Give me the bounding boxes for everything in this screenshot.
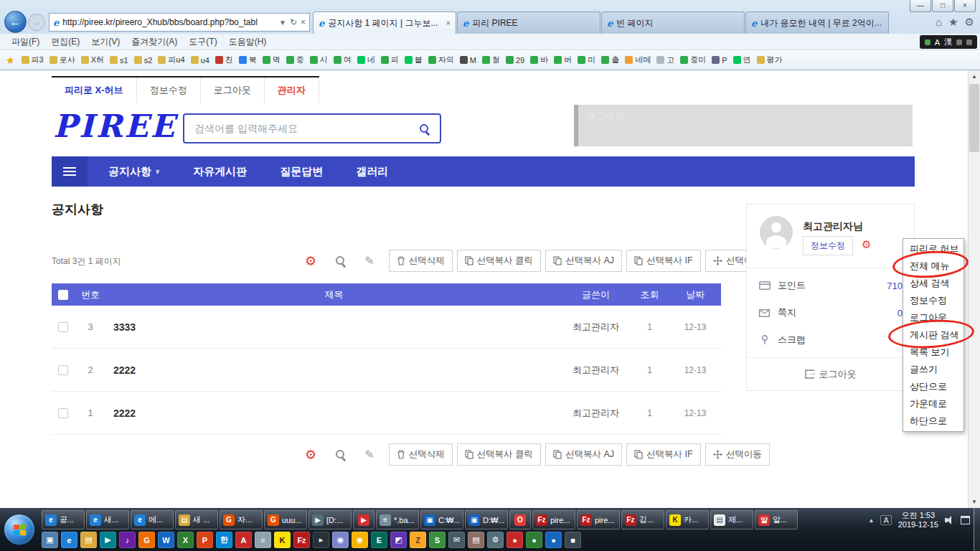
show-desktop-button[interactable] bbox=[974, 508, 980, 551]
taskbar-app-button[interactable]: 알 알... bbox=[755, 510, 798, 529]
admin-gear-icon[interactable]: ⚙ bbox=[305, 253, 316, 269]
quick-launch-icon[interactable]: ◩ bbox=[390, 532, 407, 548]
taskbar-app-button[interactable]: e 메... bbox=[131, 510, 174, 529]
user-nav-link[interactable]: 정보수정 bbox=[137, 77, 201, 103]
favorite-item[interactable]: 멱 bbox=[260, 53, 283, 67]
write-pencil-icon[interactable]: ✎ bbox=[364, 254, 374, 268]
site-search-box[interactable] bbox=[183, 113, 441, 143]
favorite-item[interactable]: 미 bbox=[575, 53, 598, 67]
quick-launch-icon[interactable]: ◉ bbox=[352, 532, 368, 548]
favorite-item[interactable]: P bbox=[709, 53, 730, 67]
select-all-checkbox[interactable] bbox=[58, 290, 68, 300]
ime-toolbar[interactable]: A 漢 bbox=[920, 35, 977, 49]
taskbar-app-button[interactable]: ▤ 제... bbox=[710, 510, 753, 529]
quick-launch-icon[interactable]: X bbox=[177, 532, 194, 548]
scrollbar-thumb[interactable] bbox=[969, 84, 979, 152]
quick-launch-icon[interactable]: Z bbox=[410, 532, 426, 548]
quick-launch-icon[interactable]: ▶ bbox=[100, 532, 116, 548]
main-nav-item[interactable]: 질문답변 bbox=[263, 165, 339, 179]
favorite-item[interactable]: s2 bbox=[131, 53, 156, 67]
quick-launch-icon[interactable]: ■ bbox=[565, 532, 581, 548]
tab-close-icon[interactable]: × bbox=[446, 19, 451, 27]
quick-launch-icon[interactable]: ≡ bbox=[255, 532, 271, 548]
favorite-item[interactable]: 피u4 bbox=[155, 53, 187, 67]
quick-launch-icon[interactable]: ◉ bbox=[332, 532, 349, 548]
taskbar-app-button[interactable]: ≡ *.ba... bbox=[376, 510, 419, 529]
quick-launch-icon[interactable]: ● bbox=[526, 532, 542, 548]
quick-launch-icon[interactable]: P bbox=[197, 532, 213, 548]
minimize-button[interactable]: — bbox=[910, 0, 931, 12]
taskbar-app-button[interactable]: ▶ [D:... bbox=[308, 510, 352, 529]
favorite-item[interactable]: 북 bbox=[236, 53, 260, 67]
board-search-icon[interactable] bbox=[335, 255, 346, 266]
row-checkbox[interactable] bbox=[58, 365, 68, 375]
hamburger-menu-icon[interactable] bbox=[52, 156, 88, 187]
board-action-button[interactable]: 선택복사 클릭 bbox=[457, 250, 541, 272]
refresh-icon[interactable]: ↻ bbox=[290, 17, 297, 27]
quick-launch-icon[interactable]: ▤ bbox=[468, 532, 484, 548]
browser-tab[interactable]: e 공지사항 1 페이지 | 그누보... × bbox=[313, 11, 456, 34]
quick-launch-icon[interactable]: W bbox=[158, 532, 174, 548]
favorite-item[interactable]: M bbox=[457, 53, 479, 67]
taskbar-app-button[interactable]: O bbox=[509, 510, 531, 529]
quick-launch-icon[interactable]: ⚙ bbox=[487, 532, 504, 548]
browser-tab[interactable]: e 빈 페이지 bbox=[601, 11, 745, 34]
favorite-item[interactable]: 중 bbox=[283, 53, 307, 67]
context-menu-item[interactable]: 정보수정 bbox=[903, 292, 963, 309]
stop-icon[interactable]: × bbox=[301, 17, 306, 27]
main-nav-item[interactable]: 자유게시판 bbox=[176, 165, 263, 179]
taskbar-app-button[interactable]: G 자... bbox=[220, 510, 263, 529]
quick-launch-icon[interactable]: ✉ bbox=[448, 532, 465, 548]
ime-hanja-icon[interactable]: 漢 bbox=[944, 37, 952, 47]
close-button[interactable]: × bbox=[954, 0, 976, 12]
taskbar-app-button[interactable]: ▤ 새 ... bbox=[175, 510, 218, 529]
menu-item[interactable]: 보기(V) bbox=[85, 34, 126, 50]
taskbar-app-button[interactable]: Fz pire... bbox=[577, 510, 620, 529]
user-nav-link[interactable]: 로그아웃 bbox=[201, 77, 265, 103]
main-nav-item[interactable]: 공지사항 ∨ bbox=[92, 165, 176, 179]
favorite-item[interactable]: 바 bbox=[527, 53, 551, 67]
page-scrollbar[interactable]: ▲ ▼ bbox=[968, 70, 980, 508]
favorite-item[interactable]: 네메 bbox=[622, 53, 654, 67]
quick-launch-icon[interactable]: ▸ bbox=[313, 532, 329, 548]
favorite-item[interactable]: 여 bbox=[331, 53, 354, 67]
main-nav-item[interactable]: 갤러리 bbox=[339, 165, 405, 179]
quick-launch-icon[interactable]: ▣ bbox=[42, 532, 58, 548]
search-input[interactable] bbox=[194, 123, 413, 134]
menu-item[interactable]: 도움말(H) bbox=[223, 34, 273, 50]
address-bar[interactable]: e http://piree.kr/pireero_Xhub/bbs/board… bbox=[49, 13, 310, 32]
favorite-item[interactable]: 버 bbox=[551, 53, 575, 67]
favorite-item[interactable]: 자의 bbox=[425, 53, 457, 67]
context-menu-item[interactable]: 하단으로 bbox=[903, 413, 963, 430]
favorites-star-icon[interactable]: ★ bbox=[948, 16, 958, 29]
profile-gear-icon[interactable]: ⚙ bbox=[862, 238, 871, 251]
scroll-up-icon[interactable]: ▲ bbox=[969, 70, 980, 83]
favorites-add-star-icon[interactable]: ★ bbox=[6, 55, 15, 66]
user-nav-link[interactable]: 관리자 bbox=[265, 77, 319, 103]
url-text[interactable]: http://piree.kr/pireero_Xhub/bbs/board.p… bbox=[62, 17, 275, 27]
taskbar-app-button[interactable]: ▶ bbox=[353, 510, 374, 529]
site-logo[interactable]: PIREE bbox=[53, 108, 176, 144]
user-nav-link[interactable]: 피리로 X-허브 bbox=[52, 77, 137, 103]
board-action-button[interactable]: 선택복사 AJ bbox=[545, 443, 622, 466]
menu-item[interactable]: 파일(F) bbox=[6, 34, 45, 50]
favorite-item[interactable]: X허 bbox=[78, 53, 107, 67]
edit-profile-button[interactable]: 정보수정 bbox=[803, 236, 853, 255]
logout-button[interactable]: 로그아웃 bbox=[747, 357, 914, 390]
start-button[interactable] bbox=[4, 514, 35, 545]
favorite-item[interactable]: 시 bbox=[307, 53, 331, 67]
profile-stat-row[interactable]: 포인트 710 bbox=[747, 272, 914, 299]
profile-stat-row[interactable]: 쪽지 0 bbox=[747, 299, 914, 326]
context-menu-item[interactable]: 상단으로 bbox=[903, 378, 963, 395]
row-checkbox[interactable] bbox=[58, 322, 68, 332]
menu-item[interactable]: 편집(E) bbox=[45, 34, 85, 50]
post-title-link[interactable]: 2222 bbox=[106, 408, 562, 419]
tray-expand-icon[interactable]: ▲ bbox=[868, 517, 874, 524]
taskbar-app-button[interactable]: K 카... bbox=[666, 510, 709, 529]
restore-button[interactable]: □ bbox=[932, 0, 953, 12]
taskbar-app-button[interactable]: ▣ C:₩... bbox=[420, 510, 463, 529]
favorite-item[interactable]: 친 bbox=[212, 53, 236, 67]
quick-launch-icon[interactable]: ▤ bbox=[80, 532, 97, 548]
taskbar-app-button[interactable]: e 공... bbox=[42, 510, 85, 529]
menu-item[interactable]: 즐겨찾기(A) bbox=[126, 34, 183, 50]
